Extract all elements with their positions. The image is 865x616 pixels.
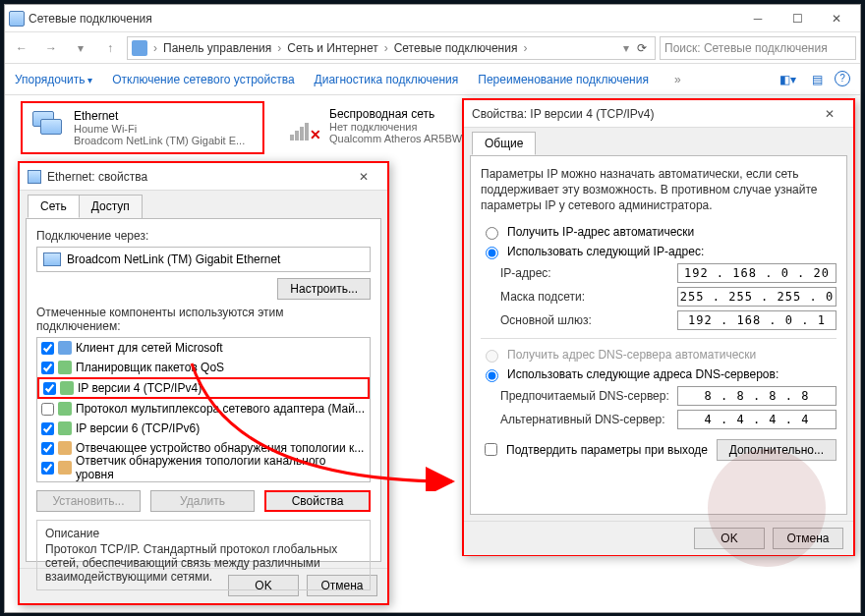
cancel-button[interactable]: Отмена xyxy=(773,528,843,549)
connection-device: Qualcomm Atheros AR5BW... xyxy=(329,133,471,144)
address-bar[interactable]: › Панель управления › Сеть и Интернет › … xyxy=(127,36,656,60)
remove-button[interactable]: Удалить xyxy=(150,490,255,512)
components-label: Отмеченные компоненты используются этим … xyxy=(36,306,371,333)
connection-status: Houme Wi-Fi xyxy=(74,123,245,135)
breadcrumb-item[interactable]: Сетевые подключения xyxy=(394,41,518,55)
adapter-box: Broadcom NetLink (TM) Gigabit Ethernet xyxy=(36,247,371,272)
component-label: IP версии 4 (TCP/IPv4) xyxy=(78,381,202,395)
chevron-down-icon[interactable]: ▾ xyxy=(623,41,629,55)
component-label: Клиент для сетей Microsoft xyxy=(76,341,223,355)
ipv4-properties-dialog: Свойства: IP версии 4 (TCP/IPv4) ✕ Общие… xyxy=(462,98,855,556)
maximize-button[interactable]: ☐ xyxy=(778,5,817,32)
help-icon[interactable]: ? xyxy=(835,71,850,86)
gateway-input[interactable]: 192 . 168 . 0 . 1 xyxy=(677,310,836,330)
refresh-icon[interactable]: ⟳ xyxy=(633,41,651,55)
component-icon xyxy=(60,381,74,395)
component-label: Планировщик пакетов QoS xyxy=(76,361,224,374)
close-button[interactable]: ✕ xyxy=(817,5,856,32)
install-button[interactable]: Установить... xyxy=(36,490,141,512)
alternate-dns-input[interactable]: 4 . 4 . 4 . 4 xyxy=(677,410,836,429)
minimize-button[interactable]: ─ xyxy=(738,5,778,32)
wifi-icon: ✕ xyxy=(286,107,321,142)
search-placeholder: Поиск: Сетевые подключения xyxy=(664,41,828,55)
component-item[interactable]: IP версии 6 (TCP/IPv6) xyxy=(37,419,370,438)
component-checkbox[interactable] xyxy=(43,382,56,395)
component-item[interactable]: Протокол мультиплексора сетевого адаптер… xyxy=(37,399,370,419)
window-title: Сетевые подключения xyxy=(25,12,738,26)
subnet-mask-input[interactable]: 255 . 255 . 255 . 0 xyxy=(677,287,836,307)
dialog-title: Свойства: IP версии 4 (TCP/IPv4) xyxy=(472,107,814,121)
component-checkbox[interactable] xyxy=(41,342,54,355)
view-large-icon[interactable]: ◧▾ xyxy=(776,71,800,88)
component-checkbox[interactable] xyxy=(41,362,54,374)
component-item[interactable]: Клиент для сетей Microsoft xyxy=(37,338,370,358)
diagnose-cmd[interactable]: Диагностика подключения xyxy=(315,73,459,86)
control-panel-icon xyxy=(132,40,147,56)
radio-manual-ip[interactable] xyxy=(486,247,498,259)
connection-name: Ethernet xyxy=(74,109,245,123)
ip-address-input[interactable]: 192 . 168 . 0 . 20 xyxy=(677,263,836,283)
tab-strip: Общие xyxy=(464,128,853,155)
organize-menu[interactable]: Упорядочить xyxy=(15,73,92,86)
component-label: Ответчик обнаружения топологии канальног… xyxy=(76,454,366,481)
ethernet-properties-dialog: Ethernet: свойства ✕ Сеть Доступ Подключ… xyxy=(18,161,389,605)
description-title: Описание xyxy=(45,527,362,540)
disable-device-cmd[interactable]: Отключение сетевого устройства xyxy=(112,73,294,86)
component-checkbox[interactable] xyxy=(41,442,54,455)
tab-body: Подключение через: Broadcom NetLink (TM)… xyxy=(26,218,381,562)
components-list[interactable]: Клиент для сетей MicrosoftПланировщик па… xyxy=(36,337,371,482)
search-input[interactable]: Поиск: Сетевые подключения xyxy=(660,36,856,60)
radio-manual-dns-label: Использовать следующие адреса DNS-сервер… xyxy=(507,367,778,381)
dialog-close-button[interactable]: ✕ xyxy=(814,107,845,121)
connection-item-ethernet[interactable]: Ethernet Houme Wi-Fi Broadcom NetLink (T… xyxy=(21,101,264,154)
component-item[interactable]: Планировщик пакетов QoS xyxy=(37,358,370,377)
component-label: IP версии 6 (TCP/IPv6) xyxy=(76,421,200,435)
overflow-chevron-icon[interactable]: » xyxy=(668,73,687,86)
component-icon xyxy=(58,461,72,475)
component-checkbox[interactable] xyxy=(41,403,54,416)
component-item[interactable]: IP версии 4 (TCP/IPv4) xyxy=(37,377,370,399)
confirm-on-exit-label: Подтвердить параметры при выходе xyxy=(506,443,708,457)
nav-row: ← → ▾ ↑ › Панель управления › Сеть и Инт… xyxy=(5,32,860,64)
forward-button[interactable]: → xyxy=(38,35,64,61)
breadcrumb-item[interactable]: Панель управления xyxy=(163,41,271,55)
explorer-titlebar: Сетевые подключения ─ ☐ ✕ xyxy=(5,5,860,32)
dialog-close-button[interactable]: ✕ xyxy=(348,170,379,184)
recent-dropdown[interactable]: ▾ xyxy=(68,35,93,61)
properties-button[interactable]: Свойства xyxy=(264,490,371,512)
intro-text: Параметры IP можно назначать автоматичес… xyxy=(481,166,836,214)
radio-manual-dns[interactable] xyxy=(486,369,498,382)
command-bar: Упорядочить Отключение сетевого устройст… xyxy=(5,64,860,95)
preferred-dns-label: Предпочитаемый DNS-сервер: xyxy=(500,389,677,403)
advanced-button[interactable]: Дополнительно... xyxy=(717,439,836,461)
radio-auto-dns xyxy=(486,350,498,363)
alternate-dns-label: Альтернативный DNS-сервер: xyxy=(500,413,677,426)
component-checkbox[interactable] xyxy=(41,422,54,435)
adapter-name: Broadcom NetLink (TM) Gigabit Ethernet xyxy=(67,252,280,266)
description-text: Протокол TCP/IP. Стандартный протокол гл… xyxy=(45,542,362,584)
back-button[interactable]: ← xyxy=(9,35,34,61)
radio-auto-ip[interactable] xyxy=(486,227,498,240)
description-fieldset: Описание Протокол TCP/IP. Стандартный пр… xyxy=(36,520,371,590)
breadcrumb-item[interactable]: Сеть и Интернет xyxy=(287,41,377,55)
up-button[interactable]: ↑ xyxy=(97,35,123,61)
ok-button[interactable]: OK xyxy=(694,528,765,549)
tab-general[interactable]: Общие xyxy=(472,132,536,155)
radio-manual-ip-label: Использовать следующий IP-адрес: xyxy=(507,245,704,258)
connection-name: Беспроводная сеть xyxy=(329,107,471,121)
component-item[interactable]: Ответчик обнаружения топологии канальног… xyxy=(37,458,370,477)
view-details-icon[interactable]: ▤ xyxy=(808,71,827,88)
preferred-dns-input[interactable]: 8 . 8 . 8 . 8 xyxy=(677,386,836,406)
confirm-on-exit-checkbox[interactable] xyxy=(485,443,497,456)
dialog-titlebar: Свойства: IP версии 4 (TCP/IPv4) ✕ xyxy=(464,100,853,128)
component-label: Протокол мультиплексора сетевого адаптер… xyxy=(76,402,365,416)
ethernet-icon xyxy=(30,109,66,144)
rename-cmd[interactable]: Переименование подключения xyxy=(478,73,649,86)
component-checkbox[interactable] xyxy=(41,462,54,475)
connect-via-label: Подключение через: xyxy=(36,229,371,243)
connection-device: Broadcom NetLink (TM) Gigabit E... xyxy=(74,135,245,146)
tab-access[interactable]: Доступ xyxy=(79,195,143,218)
tab-network[interactable]: Сеть xyxy=(28,195,80,218)
configure-button[interactable]: Настроить... xyxy=(277,278,371,300)
component-label: Отвечающее устройство обнаружения тополо… xyxy=(76,441,364,455)
